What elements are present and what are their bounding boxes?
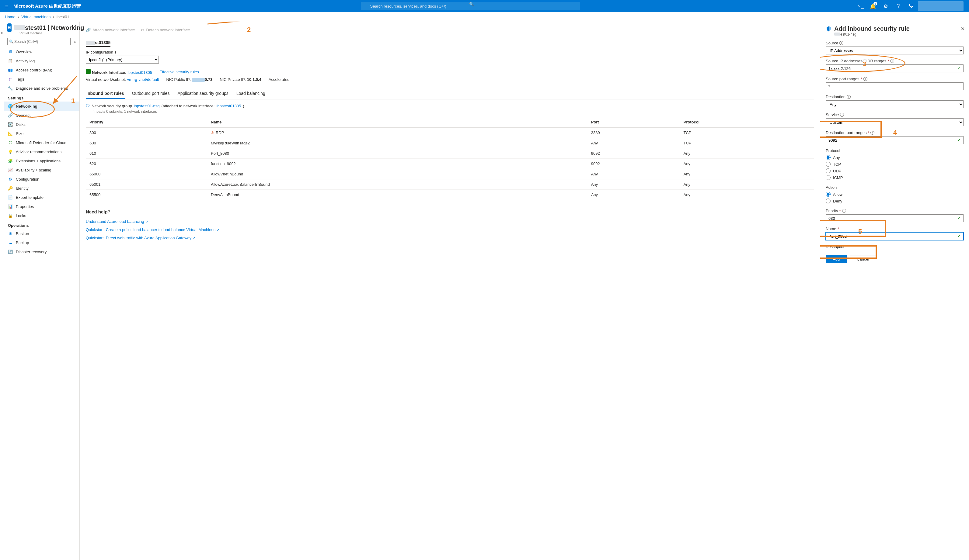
- th-name[interactable]: Name: [207, 117, 588, 128]
- radio-proto-udp[interactable]: UDP: [826, 168, 964, 174]
- table-row[interactable]: 65000AllowVnetInBoundAnyAny: [86, 169, 814, 179]
- service-select[interactable]: Custom: [826, 118, 964, 126]
- table-row[interactable]: 620function_90929092Any: [86, 159, 814, 169]
- collapse-blade-icon[interactable]: «: [73, 40, 76, 44]
- blade-subtitle: Virtual machine: [3, 31, 80, 35]
- vnet-link[interactable]: vm-rg-vnet/default: [127, 77, 159, 82]
- effective-rules-link[interactable]: Effective security rules: [160, 70, 199, 74]
- sidebar-item-overview[interactable]: 🖥Overview: [3, 47, 80, 56]
- nav-icon: ⚙: [8, 177, 13, 181]
- sidebar-item-size[interactable]: 📐Size: [3, 129, 80, 138]
- nav-icon: ☁: [8, 240, 13, 245]
- close-panel-icon[interactable]: ✕: [961, 26, 965, 32]
- info-icon[interactable]: i: [847, 95, 851, 99]
- tab-asg[interactable]: Application security groups: [177, 88, 229, 99]
- table-row[interactable]: 65001AllowAzureLoadBalancerInBoundAnyAny: [86, 179, 814, 190]
- tab-outbound[interactable]: Outbound port rules: [132, 88, 170, 99]
- radio-input[interactable]: [826, 162, 831, 166]
- sidebar-item-identity[interactable]: 🔑Identity: [3, 184, 80, 193]
- sidebar-item-advisor-recommendations[interactable]: 💡Advisor recommendations: [3, 147, 80, 156]
- cloud-shell-icon[interactable]: ＞_: [854, 0, 866, 12]
- info-icon[interactable]: i: [871, 131, 874, 135]
- radio-input[interactable]: [826, 175, 831, 180]
- settings-gear-icon[interactable]: ⚙: [879, 0, 892, 12]
- th-protocol[interactable]: Protocol: [680, 117, 814, 128]
- account-blurred[interactable]: [918, 1, 964, 11]
- nav-label: Bastion: [16, 231, 29, 236]
- add-button[interactable]: Add: [826, 255, 847, 263]
- rules-table: Priority Name Port Protocol 300⚠RDP3389T…: [86, 117, 814, 200]
- name-input[interactable]: [826, 232, 964, 240]
- dest-select[interactable]: Any: [826, 100, 964, 108]
- name-label: Name *: [826, 226, 964, 231]
- table-row[interactable]: 65500DenyAllInBoundAnyAny: [86, 190, 814, 200]
- srcip-input[interactable]: [826, 65, 964, 72]
- th-port[interactable]: Port: [588, 117, 680, 128]
- ipconfig-select[interactable]: ipconfig1 (Primary): [86, 56, 159, 63]
- ipconfig-label: IP configurationi: [86, 47, 814, 55]
- sidebar-item-backup[interactable]: ☁Backup: [3, 238, 80, 247]
- sidebar-item-tags[interactable]: 🏷Tags: [3, 75, 80, 84]
- sidebar-item-diagnose-and-solve-problems[interactable]: 🔧Diagnose and solve problems: [3, 84, 80, 93]
- sidebar-item-availability-scaling[interactable]: 📈Availability + scaling: [3, 165, 80, 174]
- info-icon[interactable]: i: [115, 50, 116, 55]
- th-priority[interactable]: Priority: [86, 117, 207, 128]
- table-row[interactable]: 300⚠RDP3389TCP: [86, 128, 814, 138]
- nsg-link[interactable]: lbpstest01-nsg: [134, 104, 160, 108]
- info-icon[interactable]: i: [840, 113, 844, 117]
- radio-input[interactable]: [826, 155, 831, 160]
- sidebar-item-microsoft-defender-for-cloud[interactable]: 🛡Microsoft Defender for Cloud: [3, 138, 80, 147]
- sidebar-item-configuration[interactable]: ⚙Configuration: [3, 174, 80, 184]
- help-icon[interactable]: ?: [892, 0, 904, 12]
- nsg-iface-link[interactable]: lbpstest01305: [216, 104, 241, 108]
- table-row[interactable]: 600MyNsgRuleWithTags2AnyTCP: [86, 138, 814, 148]
- sidebar-item-bastion[interactable]: ✳Bastion: [3, 229, 80, 238]
- radio-proto-tcp[interactable]: TCP: [826, 161, 964, 168]
- section-settings: Settings: [3, 93, 80, 101]
- sidebar-item-properties[interactable]: 📊Properties: [3, 202, 80, 211]
- sidebar-item-disks[interactable]: 💽Disks: [3, 120, 80, 129]
- info-icon[interactable]: i: [842, 209, 846, 213]
- radio-input[interactable]: [826, 199, 831, 203]
- srcport-input[interactable]: [826, 82, 964, 90]
- source-select[interactable]: IP Addresses: [826, 47, 964, 55]
- breadcrumb-vms[interactable]: Virtual machines: [21, 15, 50, 19]
- sidebar-item-networking[interactable]: 🌐Networking: [3, 101, 80, 111]
- sidebar-item-extensions-applications[interactable]: 🧩Extensions + applications: [3, 156, 80, 165]
- sidebar-item-disaster-recovery[interactable]: 🔄Disaster recovery: [3, 247, 80, 256]
- info-icon[interactable]: i: [890, 59, 894, 63]
- radio-action-deny[interactable]: Deny: [826, 198, 964, 204]
- radio-action-allow[interactable]: Allow: [826, 191, 964, 198]
- blade-search-input[interactable]: [7, 38, 71, 45]
- notifications-icon[interactable]: 🔔1: [867, 0, 879, 12]
- sidebar-item-locks[interactable]: 🔒Locks: [3, 211, 80, 220]
- tab-inbound[interactable]: Inbound port rules: [86, 88, 125, 99]
- menu-icon[interactable]: ≡: [0, 3, 13, 10]
- warning-icon: ⚠: [211, 130, 215, 135]
- expand-rail-icon[interactable]: »: [1, 31, 3, 35]
- info-icon[interactable]: i: [839, 41, 843, 45]
- help-link[interactable]: Quickstart: Create a public load balance…: [86, 226, 814, 234]
- ni-link[interactable]: lbpstest01305: [128, 70, 152, 75]
- table-row[interactable]: 610Port_80809092Any: [86, 148, 814, 159]
- help-link[interactable]: Understand Azure load balancing↗: [86, 218, 814, 226]
- nav-icon: 🔒: [8, 213, 13, 218]
- radio-input[interactable]: [826, 192, 831, 197]
- cancel-button[interactable]: Cancel: [850, 255, 876, 263]
- sidebar-item-connect[interactable]: 🔗Connect: [3, 111, 80, 120]
- destport-input[interactable]: [826, 136, 964, 144]
- feedback-icon[interactable]: 🗨: [905, 0, 917, 12]
- tab-lb[interactable]: Load balancing: [236, 88, 266, 99]
- info-icon[interactable]: i: [863, 77, 867, 81]
- radio-proto-any[interactable]: Any: [826, 154, 964, 161]
- radio-proto-icmp[interactable]: ICMP: [826, 174, 964, 181]
- priority-input[interactable]: [826, 214, 964, 222]
- radio-input[interactable]: [826, 168, 831, 173]
- help-link[interactable]: Quickstart: Direct web traffic with Azur…: [86, 234, 814, 242]
- nav-icon: 💡: [8, 149, 13, 154]
- sidebar-item-export-template[interactable]: 📄Export template: [3, 193, 80, 202]
- nic-tab[interactable]: st01305: [86, 37, 110, 47]
- sidebar-item-access-control-iam-[interactable]: 👥Access control (IAM): [3, 65, 80, 75]
- breadcrumb-home[interactable]: Home: [5, 15, 15, 19]
- sidebar-item-activity-log[interactable]: 📋Activity log: [3, 56, 80, 65]
